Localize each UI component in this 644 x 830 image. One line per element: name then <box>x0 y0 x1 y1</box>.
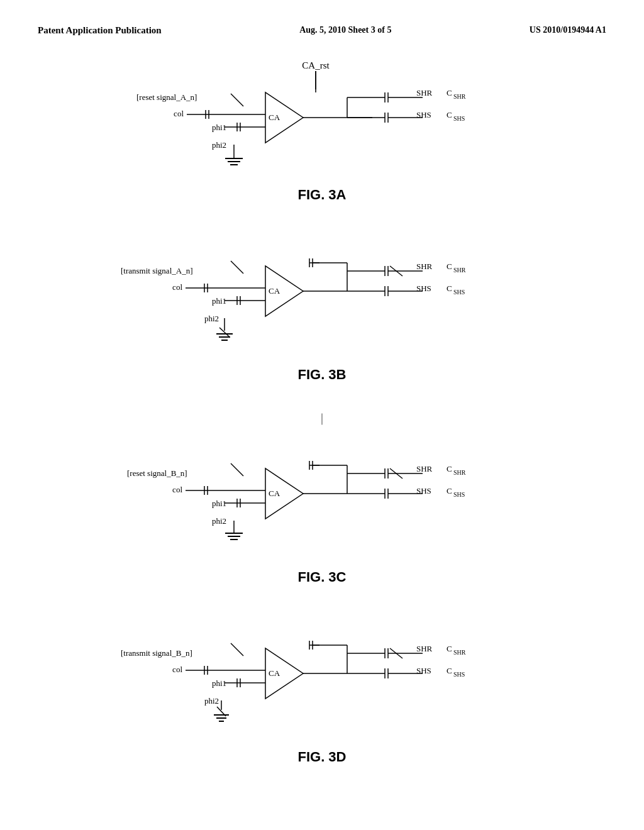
cshs-sub-3c: SHS <box>453 491 465 498</box>
svg-line-1 <box>231 94 243 106</box>
figure-3b-block: [transmit signal_A_n] col phi1 phi2 <box>38 228 606 389</box>
svg-line-27 <box>231 261 243 274</box>
page-header: Patent Application Publication Aug. 5, 2… <box>0 0 644 48</box>
cshr-sub-3c: SHR <box>453 469 466 476</box>
input-label-3b: [transmit signal_A_n] <box>121 266 192 275</box>
cshr-label-3d: C <box>447 644 452 653</box>
fig3a-label: FIG. 3A <box>297 187 346 203</box>
figure-3b-svg: [transmit signal_A_n] col phi1 phi2 <box>102 228 542 360</box>
shr-label-3c: SHR <box>416 464 433 473</box>
phi2-label-3c: phi2 <box>212 516 226 526</box>
cshs-label-3d: C <box>447 666 452 675</box>
phi1-label-3b: phi1 <box>212 296 226 306</box>
section-separator: ｜ <box>316 411 328 426</box>
shr-label-3b: SHR <box>416 262 433 271</box>
cshr-sub-3b: SHR <box>453 267 466 274</box>
cshs-sub-3d: SHS <box>453 671 465 678</box>
figure-3c-block: [reset signal_B_n] col phi1 phi2 <box>38 431 606 592</box>
phi2-label-3d: phi2 <box>204 696 219 706</box>
fig3d-label: FIG. 3D <box>297 749 346 765</box>
header-date-sheet: Aug. 5, 2010 Sheet 3 of 5 <box>299 25 391 35</box>
header-publication-label: Patent Application Publication <box>38 25 162 36</box>
cshr-label-3a: C <box>447 88 452 97</box>
svg-line-88 <box>231 643 243 656</box>
input-label-3d: [transmit signal_B_n] <box>121 648 192 658</box>
ca-label-3a: CA <box>269 113 280 122</box>
header-patent-number: US 2010/0194944 A1 <box>530 25 606 35</box>
cshs-label-3a: C <box>447 110 452 119</box>
cshr-label-3b: C <box>447 262 452 271</box>
col-label-3c: col <box>172 485 182 494</box>
shr-label-3a: SHR <box>416 88 433 97</box>
ca-label-3d: CA <box>269 668 280 678</box>
cshr-sub-3d: SHR <box>453 649 466 656</box>
phi1-label-3c: phi1 <box>212 499 226 508</box>
col-label-3a: col <box>174 109 184 118</box>
phi1-label-3d: phi1 <box>212 678 226 688</box>
col-label-3d: col <box>172 665 182 674</box>
ca-rst-label-3a: CA_rst <box>302 60 330 70</box>
ca-label-3b: CA <box>269 286 280 296</box>
input-label-3c: [reset signal_B_n] <box>127 468 187 478</box>
fig3b-label: FIG. 3B <box>297 367 346 383</box>
phi2-label-3a: phi2 <box>212 140 226 150</box>
figure-3a-svg: CA_rst [reset signal_A_n] col phi1 phi2 <box>102 55 542 180</box>
phi2-label-3b: phi2 <box>204 314 219 323</box>
cshs-sub-3b: SHS <box>453 289 465 296</box>
phi1-label-3a: phi1 <box>212 123 226 132</box>
cshs-label-3b: C <box>447 284 452 293</box>
figure-3d-block: [transmit signal_B_n] col phi1 phi2 <box>38 611 606 772</box>
ca-label-3c: CA <box>269 489 280 498</box>
figures-content: CA_rst [reset signal_A_n] col phi1 phi2 <box>0 48 644 816</box>
svg-line-58 <box>231 463 243 476</box>
figure-3a-block: CA_rst [reset signal_A_n] col phi1 phi2 <box>38 55 606 209</box>
col-label-3b: col <box>172 282 182 292</box>
figure-3c-svg: [reset signal_B_n] col phi1 phi2 <box>102 431 542 563</box>
cshs-label-3c: C <box>447 486 452 495</box>
page: Patent Application Publication Aug. 5, 2… <box>0 0 644 830</box>
cshr-label-3c: C <box>447 464 452 473</box>
fig3c-label: FIG. 3C <box>297 569 346 585</box>
cshs-sub-3a: SHS <box>453 115 465 122</box>
input-label-3a: [reset signal_A_n] <box>136 92 197 102</box>
figure-3d-svg: [transmit signal_B_n] col phi1 phi2 <box>102 611 542 743</box>
cshr-sub-3a: SHR <box>453 93 466 100</box>
shr-label-3d: SHR <box>416 644 433 653</box>
